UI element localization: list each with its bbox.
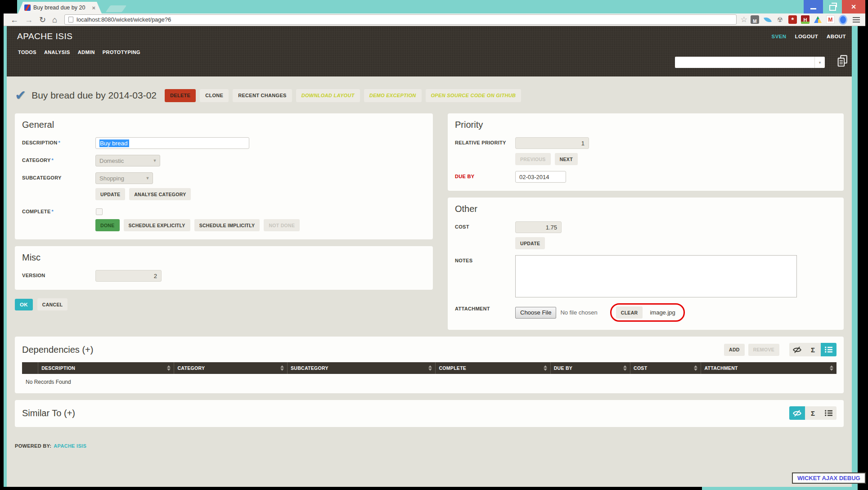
search-input[interactable] [675, 57, 814, 68]
column-subcategory[interactable]: SUBCATEGORY [288, 362, 436, 374]
done-button[interactable]: DONE [95, 219, 120, 231]
extension-radiation-icon[interactable]: ☢ [776, 15, 784, 24]
new-tab-button[interactable] [106, 5, 127, 12]
chrome-menu-button[interactable] [851, 15, 862, 25]
notes-label: NOTES [455, 255, 515, 297]
sort-icon [830, 365, 833, 371]
dependencies-panel: Dependencies (+) ADD REMOVE [15, 337, 844, 393]
schedule-explicitly-button[interactable]: SCHEDULE EXPLICITLY [124, 219, 190, 231]
similar-to-header: Similar To (+) Σ [22, 406, 837, 420]
favicon-icon [24, 4, 31, 11]
choose-file-button[interactable]: Choose File [515, 307, 556, 319]
column-due-by[interactable]: DUE BY [551, 362, 630, 374]
extension-circle-icon[interactable] [839, 15, 847, 24]
home-icon[interactable]: ⌂ [52, 16, 57, 24]
extension-h-icon[interactable]: H [801, 15, 810, 24]
url-text[interactable]: localhost:8080/wicket/wicket/page?6 [76, 16, 171, 23]
minimize-button[interactable] [804, 0, 823, 13]
clear-attachment-button[interactable]: CLEAR [616, 306, 643, 319]
close-button[interactable]: ✕ [842, 0, 865, 13]
attachment-filename[interactable]: image.jpg [650, 309, 675, 316]
column-select [22, 362, 38, 374]
category-row: CATEGORY* Domestic ▼ [22, 155, 426, 166]
complete-checkbox[interactable] [96, 208, 103, 215]
chevron-down-icon: ▼ [150, 155, 160, 166]
priority-buttons: PREVIOUS NEXT [515, 153, 589, 165]
web-page: APACHE ISIS TODOS ANALYSIS ADMIN PROTOTY… [7, 26, 852, 487]
sort-icon [280, 365, 284, 371]
clone-button[interactable]: CLONE [200, 89, 229, 102]
extension-m-icon[interactable]: M [751, 15, 759, 24]
hide-columns-button[interactable] [789, 406, 805, 420]
next-button[interactable]: NEXT [555, 153, 578, 165]
chevron-down-icon[interactable]: ▾ [814, 57, 825, 68]
list-view-button[interactable] [821, 406, 837, 420]
browser-tab[interactable]: Buy bread due by 20 × [18, 2, 102, 13]
bookmark-star-icon[interactable]: ☆ [741, 15, 747, 24]
nav-item-todos[interactable]: TODOS [18, 49, 36, 55]
summary-button[interactable]: Σ [805, 343, 821, 356]
notes-textarea[interactable] [515, 255, 797, 297]
column-category[interactable]: CATEGORY [174, 362, 288, 374]
app-brand[interactable]: APACHE ISIS [17, 31, 72, 41]
extension-gmail-icon[interactable]: M [826, 15, 835, 24]
complete-row: COMPLETE* DONE SCHEDULE EXPLICITLY SCHED… [22, 206, 426, 231]
wicket-ajax-debug-link[interactable]: WICKET AJAX DEBUG [792, 472, 866, 484]
general-panel-title: General [22, 120, 426, 130]
column-cost[interactable]: COST [630, 362, 701, 374]
subcategory-row: SUBCATEGORY Shopping ▼ UPDATE ANALYSE CA… [22, 172, 426, 200]
nav-item-prototyping[interactable]: PROTOTYPING [103, 49, 140, 55]
update-button[interactable]: UPDATE [95, 188, 125, 200]
app-header: APACHE ISIS TODOS ANALYSIS ADMIN PROTOTY… [7, 26, 852, 76]
back-icon[interactable]: ← [10, 16, 18, 24]
complete-label: COMPLETE* [22, 206, 95, 231]
extension-drive-icon[interactable] [814, 15, 822, 24]
schedule-implicitly-button[interactable]: SCHEDULE IMPLICITLY [194, 219, 260, 231]
about-link[interactable]: ABOUT [827, 34, 846, 39]
tab-close-icon[interactable]: × [92, 4, 95, 11]
similar-to-title: Similar To (+) [22, 408, 75, 418]
window-bottom-border [702, 487, 858, 490]
demo-exception-button[interactable]: DEMO EXCEPTION [364, 89, 422, 102]
recent-changes-button[interactable]: RECENT CHANGES [233, 89, 292, 102]
right-column: Priority RELATIVE PRIORITY 1 PREVIOUS NE… [448, 113, 844, 337]
nav-item-analysis[interactable]: ANALYSIS [44, 49, 70, 55]
copy-pages-icon[interactable] [837, 55, 848, 69]
viewport: APACHE ISIS TODOS ANALYSIS ADMIN PROTOTY… [4, 26, 858, 487]
update-cost-button[interactable]: UPDATE [515, 237, 545, 249]
cancel-button[interactable]: CANCEL [37, 298, 68, 310]
description-input[interactable]: Buy bread [95, 137, 249, 149]
list-view-button[interactable] [821, 343, 837, 356]
desktop-corner [4, 0, 17, 13]
delete-button[interactable]: DELETE [165, 89, 196, 102]
download-layout-button[interactable]: DOWNLOAD LAYOUT [296, 89, 360, 102]
due-by-input[interactable] [515, 171, 566, 183]
extension-feather-icon[interactable] [763, 15, 772, 24]
open-source-button[interactable]: OPEN SOURCE CODE ON GITHUB [426, 89, 522, 102]
description-label-text: DESCRIPTION [22, 140, 57, 145]
minimize-icon [810, 8, 816, 9]
nav-item-admin[interactable]: ADMIN [78, 49, 95, 55]
previous-button: PREVIOUS [515, 153, 551, 165]
reload-icon[interactable]: ↻ [39, 16, 46, 24]
analyse-category-button[interactable]: ANALYSE CATEGORY [129, 188, 191, 200]
forward-icon[interactable]: → [25, 16, 33, 24]
app-user-links: SVEN LOGOUT ABOUT [772, 34, 846, 39]
summary-button[interactable]: Σ [805, 406, 821, 420]
hide-columns-button[interactable] [789, 343, 805, 356]
column-description[interactable]: DESCRIPTION [38, 362, 174, 374]
address-bar[interactable]: localhost:8080/wicket/wicket/page?6 [64, 14, 737, 25]
no-file-text: No file chosen [560, 309, 597, 316]
ok-button[interactable]: OK [15, 299, 33, 310]
column-attachment[interactable]: ATTACHMENT [701, 362, 836, 374]
page-footer: POWERED BY:APACHE ISIS [15, 443, 844, 449]
dependencies-table: DESCRIPTION CATEGORY SUBCATEGORY COMPLET… [22, 362, 837, 386]
add-button[interactable]: ADD [724, 344, 745, 356]
logout-link[interactable]: LOGOUT [795, 34, 819, 39]
apache-isis-link[interactable]: APACHE ISIS [54, 443, 86, 449]
column-complete[interactable]: COMPLETE [436, 362, 550, 374]
restore-button[interactable] [823, 0, 842, 13]
user-link[interactable]: SVEN [772, 34, 787, 39]
subcategory-label: SUBCATEGORY [22, 172, 95, 200]
extension-lastpass-icon[interactable]: * [788, 15, 797, 24]
